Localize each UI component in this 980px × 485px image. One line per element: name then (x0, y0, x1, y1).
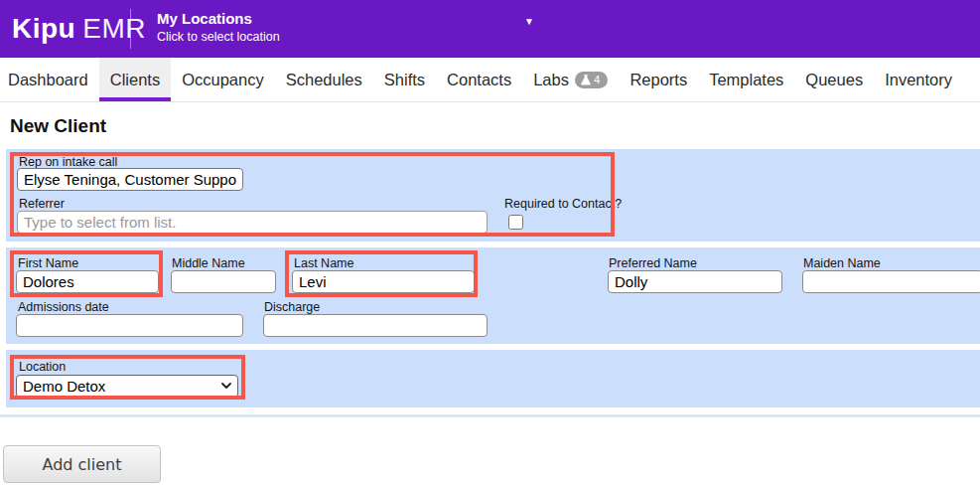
referrer-label: Referrer (19, 197, 65, 211)
first-name-input[interactable] (16, 270, 159, 293)
last-name-label: Last Name (294, 256, 353, 270)
header-divider (130, 9, 131, 49)
nav-item-queues[interactable]: Queues (794, 58, 874, 101)
location-select[interactable]: Demo Detox (16, 375, 238, 398)
admissions-date-label: Admissions date (18, 300, 109, 314)
flask-icon (581, 74, 591, 85)
maiden-name-input[interactable] (802, 270, 980, 293)
nav-item-occupancy[interactable]: Occupancy (171, 58, 275, 101)
nav-item-labs[interactable]: Labs 4 (522, 58, 619, 101)
referrer-input[interactable] (17, 211, 488, 234)
kipu-emr-logo: KipuEMR (12, 13, 146, 45)
location-selector-subtitle: Click to select location (157, 29, 280, 45)
nav-item-inventory[interactable]: Inventory (874, 58, 963, 101)
caret-down-icon[interactable]: ▼ (524, 16, 534, 27)
add-client-button[interactable]: Add client (3, 445, 161, 483)
preferred-name-label: Preferred Name (609, 256, 697, 270)
discharge-input[interactable] (263, 314, 488, 337)
nav-item-clients[interactable]: Clients (99, 58, 171, 101)
admissions-date-input[interactable] (16, 314, 243, 337)
nav-item-reports[interactable]: Reports (619, 58, 698, 101)
nav-item-shifts[interactable]: Shifts (373, 58, 436, 101)
nav-item-dashboard[interactable]: Dashboard (0, 58, 99, 101)
location-selector[interactable]: My Locations Click to select location (157, 9, 280, 45)
location-selector-title: My Locations (157, 9, 280, 29)
page-title: New Client (10, 115, 106, 137)
required-to-contact-label: Required to Contact? (504, 197, 622, 211)
form-bottom-divider (0, 414, 980, 417)
rep-on-intake-call-input[interactable] (17, 168, 243, 191)
required-to-contact-checkbox[interactable] (508, 215, 523, 230)
logo-emr: EMR (82, 13, 146, 44)
labs-count: 4 (594, 74, 600, 86)
app-header: KipuEMR My Locations Click to select loc… (0, 0, 980, 58)
nav-item-templates[interactable]: Templates (698, 58, 794, 101)
first-name-label: First Name (18, 256, 78, 270)
labs-count-badge: 4 (575, 72, 608, 88)
middle-name-label: Middle Name (172, 256, 245, 270)
new-client-page: KipuEMR My Locations Click to select loc… (0, 0, 980, 485)
rep-on-intake-call-label: Rep on intake call (19, 155, 117, 169)
nav-item-contacts[interactable]: Contacts (436, 58, 522, 101)
location-label: Location (19, 360, 66, 374)
nav-item-schedules[interactable]: Schedules (275, 58, 373, 101)
middle-name-input[interactable] (171, 270, 276, 293)
last-name-input[interactable] (292, 270, 475, 293)
maiden-name-label: Maiden Name (803, 256, 881, 270)
discharge-label: Discharge (264, 300, 320, 314)
preferred-name-input[interactable] (608, 270, 782, 293)
main-nav: Dashboard Clients Occupancy Schedules Sh… (0, 58, 980, 102)
logo-kipu: Kipu (12, 13, 75, 44)
